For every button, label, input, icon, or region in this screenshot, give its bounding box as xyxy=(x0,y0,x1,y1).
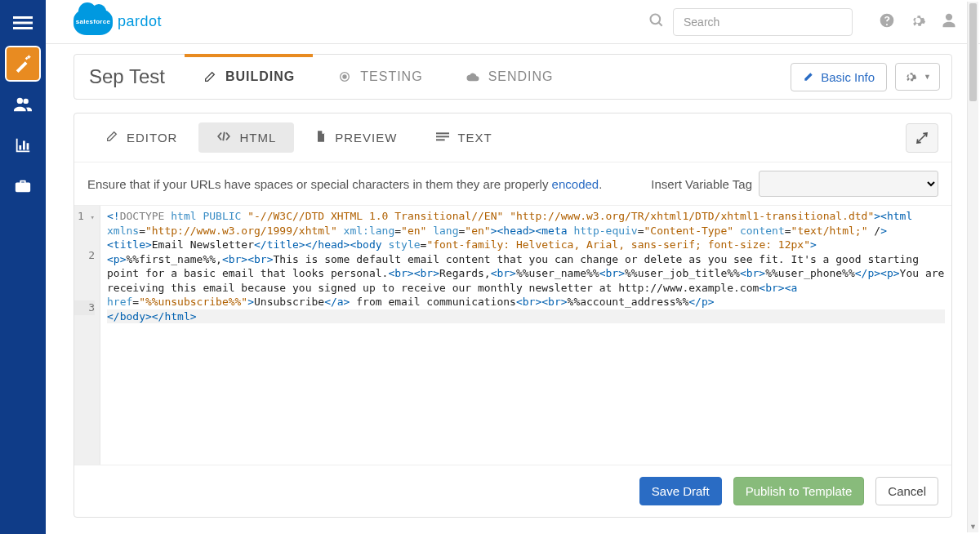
svg-point-3 xyxy=(651,15,661,24)
expand-button[interactable] xyxy=(906,123,938,153)
wizard-steps: Sep Test BUILDING TESTING SENDING Basi xyxy=(74,54,952,100)
document-icon xyxy=(315,130,327,145)
help-icon[interactable] xyxy=(879,12,895,31)
lines-icon xyxy=(436,131,449,145)
editor-panel: EDITOR HTML PREVIEW TEXT xyxy=(74,113,952,518)
insert-variable-label: Insert Variable Tag xyxy=(651,177,752,191)
scrollbar[interactable]: ▲ ▼ xyxy=(967,2,978,532)
settings-dropdown-button[interactable]: ▼ xyxy=(895,63,940,91)
svg-rect-0 xyxy=(13,16,33,19)
step-testing[interactable]: TESTING xyxy=(319,55,440,99)
gear-icon[interactable] xyxy=(910,12,926,31)
left-nav-rail xyxy=(0,0,46,534)
brand-name: pardot xyxy=(118,13,162,30)
search-icon[interactable] xyxy=(648,12,665,31)
nav-wand-button[interactable] xyxy=(5,46,41,82)
user-icon[interactable] xyxy=(941,12,957,31)
insert-variable-select[interactable] xyxy=(759,171,938,197)
code-icon xyxy=(216,131,231,145)
svg-rect-9 xyxy=(436,136,449,137)
svg-line-4 xyxy=(659,23,662,26)
line-gutter: 1 ▾ 2 3 xyxy=(74,206,100,465)
url-encode-hint: Ensure that if your URLs have spaces or … xyxy=(87,177,602,191)
publish-template-button[interactable]: Publish to Template xyxy=(733,477,865,505)
step-sending[interactable]: SENDING xyxy=(448,55,572,99)
code-editor[interactable]: 1 ▾ 2 3 <!DOCTYPE html PUBLIC "-//W3C//D… xyxy=(74,206,951,465)
svg-rect-10 xyxy=(436,139,445,140)
svg-rect-1 xyxy=(13,22,33,24)
top-bar: salesforce pardot xyxy=(46,0,980,44)
save-draft-button[interactable]: Save Draft xyxy=(639,477,722,505)
step-building[interactable]: BUILDING xyxy=(185,55,313,99)
cancel-button[interactable]: Cancel xyxy=(875,477,938,505)
edit-icon xyxy=(105,130,118,145)
nav-chart-button[interactable] xyxy=(5,127,41,163)
svg-rect-8 xyxy=(436,132,449,134)
scroll-down-icon[interactable]: ▼ xyxy=(968,521,978,532)
brand-logo: salesforce pardot xyxy=(74,9,162,35)
tab-text[interactable]: TEXT xyxy=(418,122,510,153)
target-icon xyxy=(337,69,352,84)
cloud-icon xyxy=(466,69,480,84)
search-input[interactable] xyxy=(673,8,853,36)
basic-info-button[interactable]: Basic Info xyxy=(791,63,887,91)
tab-html[interactable]: HTML xyxy=(198,122,294,153)
svg-line-7 xyxy=(224,132,225,141)
salesforce-cloud-icon: salesforce xyxy=(74,9,113,35)
tab-preview[interactable]: PREVIEW xyxy=(297,122,415,154)
scroll-thumb[interactable] xyxy=(969,3,977,101)
edit-icon xyxy=(203,69,217,84)
page-title: Sep Test xyxy=(86,65,178,88)
encoded-link[interactable]: encoded xyxy=(552,177,599,191)
code-body[interactable]: <!DOCTYPE html PUBLIC "-//W3C//DTD XHTML… xyxy=(100,206,951,465)
nav-people-button[interactable] xyxy=(5,87,41,122)
hamburger-menu-button[interactable] xyxy=(5,5,41,41)
tab-editor[interactable]: EDITOR xyxy=(87,122,195,154)
svg-point-6 xyxy=(343,75,346,78)
svg-rect-2 xyxy=(13,27,33,29)
nav-briefcase-button[interactable] xyxy=(5,168,41,204)
